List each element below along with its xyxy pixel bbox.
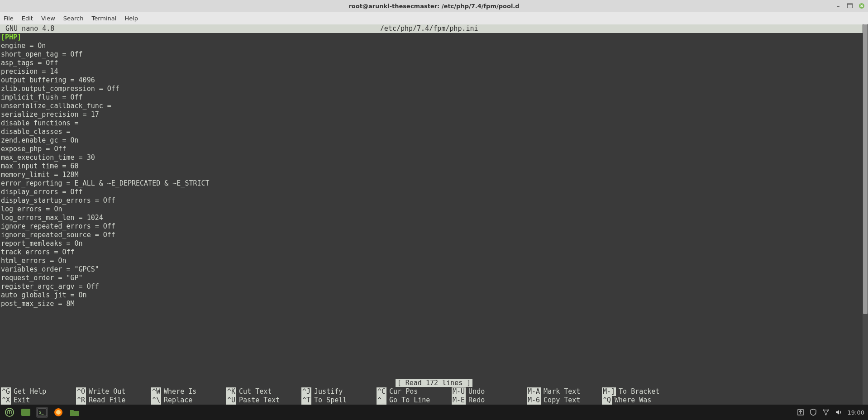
taskbar: $_ 19:00 <box>0 405 868 420</box>
tray-network-icon[interactable] <box>822 409 830 416</box>
nano-help-label: Replace <box>161 396 192 405</box>
nano-help-key: ^_ <box>377 396 386 405</box>
nano-help-label: Write Out <box>86 387 125 396</box>
nano-status-line: [ Read 172 lines ] <box>0 379 868 387</box>
window-title: root@arunkl-thesecmaster: /etc/php/7.4/f… <box>348 3 519 10</box>
nano-help-key: ^J <box>301 387 311 396</box>
menu-terminal[interactable]: Terminal <box>91 15 116 22</box>
nano-help-key: ^T <box>301 396 311 405</box>
nano-help-key: ^O <box>76 387 86 396</box>
nano-help-item: ^RRead File <box>76 396 151 405</box>
nano-help-label: Paste Text <box>236 396 280 405</box>
nano-help-item: M-UUndo <box>452 387 527 396</box>
nano-help-key: M-E <box>452 396 466 405</box>
menu-view[interactable]: View <box>41 15 55 22</box>
nano-help-item: ^UPaste Text <box>226 396 301 405</box>
nano-help-label: Read File <box>86 396 125 405</box>
terminal[interactable]: GNU nano 4.8 /etc/php/7.4/fpm/php.ini [P… <box>0 24 868 405</box>
nano-help-item: M-6Copy Text <box>527 396 602 405</box>
nano-help-item: M-]To Bracket <box>602 387 677 396</box>
menu-help[interactable]: Help <box>124 15 138 22</box>
nano-help-item: ^GGet Help <box>1 387 76 396</box>
nano-help-label: Redo <box>466 396 485 405</box>
taskbar-files-icon[interactable] <box>69 407 81 418</box>
nano-help-key: ^R <box>76 396 86 405</box>
tray-volume-icon[interactable] <box>835 409 842 416</box>
system-tray: 19:00 <box>797 409 864 416</box>
nano-help-key: ^Q <box>602 396 612 405</box>
taskbar-firefox-icon[interactable] <box>52 407 64 418</box>
nano-help-item: ^KCut Text <box>226 387 301 396</box>
nano-header: GNU nano 4.8 /etc/php/7.4/fpm/php.ini <box>0 24 868 33</box>
nano-help-label: Where Was <box>612 396 651 405</box>
nano-help-item: M-ERedo <box>452 396 527 405</box>
svg-text:$_: $_ <box>39 410 44 415</box>
menubar: File Edit View Search Terminal Help <box>0 12 868 24</box>
nano-help-item: ^WWhere Is <box>151 387 226 396</box>
nano-help-item: ^_Go To Line <box>377 396 452 405</box>
nano-help-item: ^TTo Spell <box>301 396 377 405</box>
nano-help-key: ^\ <box>151 396 161 405</box>
nano-help: ^GGet Help^OWrite Out^WWhere Is^KCut Tex… <box>0 387 868 405</box>
nano-help-key: ^G <box>1 387 11 396</box>
nano-help-key: M-] <box>602 387 616 396</box>
nano-help-key: ^C <box>377 387 386 396</box>
window-titlebar: root@arunkl-thesecmaster: /etc/php/7.4/f… <box>0 0 868 12</box>
nano-help-label: Justify <box>311 387 343 396</box>
nano-help-label: Cut Text <box>236 387 272 396</box>
nano-help-item: M-AMark Text <box>527 387 602 396</box>
nano-help-label: Copy Text <box>541 396 580 405</box>
ini-section-header: [PHP] <box>1 33 21 41</box>
close-button[interactable] <box>858 2 865 10</box>
nano-help-key: ^X <box>1 396 11 405</box>
menu-search[interactable]: Search <box>63 15 84 22</box>
tray-update-icon[interactable] <box>797 409 804 416</box>
taskbar-terminal-icon[interactable]: $_ <box>36 407 48 418</box>
nano-help-label: Exit <box>11 396 30 405</box>
clock[interactable]: 19:00 <box>848 409 864 416</box>
svg-point-6 <box>56 410 61 415</box>
mint-menu-icon[interactable] <box>4 407 15 418</box>
window-controls: – 🗖 <box>835 2 865 10</box>
menu-file[interactable]: File <box>4 15 14 22</box>
svg-rect-2 <box>21 409 30 416</box>
nano-help-key: ^K <box>226 387 236 396</box>
nano-help-key: ^U <box>226 396 236 405</box>
nano-help-item: ^\Replace <box>151 396 226 405</box>
nano-help-label: To Spell <box>311 396 347 405</box>
nano-help-label: Mark Text <box>541 387 580 396</box>
nano-help-row: ^XExit^RRead File^\Replace^UPaste Text^T… <box>1 396 868 405</box>
scrollbar-thumb[interactable] <box>863 24 868 314</box>
nano-help-item: ^JJustify <box>301 387 377 396</box>
nano-help-label: Cur Pos <box>386 387 418 396</box>
nano-help-label: Undo <box>466 387 485 396</box>
menu-edit[interactable]: Edit <box>22 15 33 22</box>
nano-help-item: ^OWrite Out <box>76 387 151 396</box>
maximize-button[interactable]: 🗖 <box>846 2 854 10</box>
nano-help-label: Where Is <box>161 387 196 396</box>
nano-help-item: ^QWhere Was <box>602 396 677 405</box>
nano-help-key: M-U <box>452 387 466 396</box>
nano-file-path: /etc/php/7.4/fpm/php.ini <box>54 24 804 33</box>
minimize-button[interactable]: – <box>835 2 842 10</box>
nano-help-label: To Bracket <box>616 387 659 396</box>
nano-help-row: ^GGet Help^OWrite Out^WWhere Is^KCut Tex… <box>1 387 868 396</box>
nano-status-text: [ Read 172 lines ] <box>396 379 473 387</box>
nano-help-label: Get Help <box>11 387 46 396</box>
nano-help-key: M-6 <box>527 396 541 405</box>
tray-shield-icon[interactable] <box>810 409 817 416</box>
nano-help-label: Go To Line <box>386 396 430 405</box>
nano-app-name: GNU nano 4.8 <box>1 24 54 33</box>
terminal-scrollbar[interactable] <box>863 24 868 405</box>
nano-help-key: M-A <box>527 387 541 396</box>
nano-help-key: ^W <box>151 387 161 396</box>
editor-content[interactable]: [PHP] engine = On short_open_tag = Off a… <box>0 33 868 379</box>
nano-help-item: ^XExit <box>1 396 76 405</box>
show-desktop-icon[interactable] <box>20 407 32 418</box>
nano-help-item: ^CCur Pos <box>377 387 452 396</box>
